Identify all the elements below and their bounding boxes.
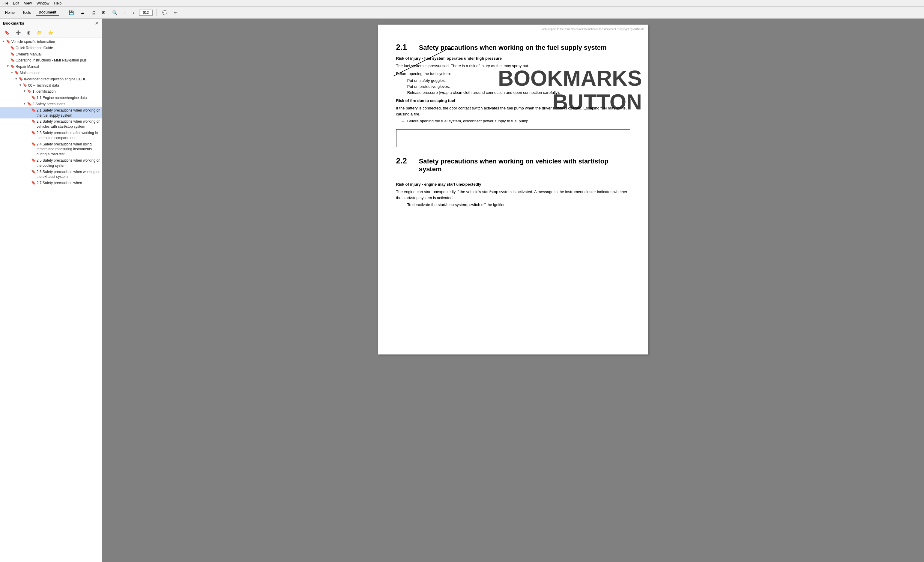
close-sidebar-button[interactable]: ✕	[95, 20, 99, 26]
tree-toggle-icon[interactable]: ▲	[1, 39, 6, 43]
tree-toggle-icon[interactable]: ▼	[5, 64, 10, 68]
bookmark-item-1-identification[interactable]: ▼🔖1 Identification	[0, 88, 102, 95]
separator-1	[63, 9, 63, 16]
bookmark-item-maintenance[interactable]: ▼🔖Maintenance	[0, 70, 102, 76]
page-number-input[interactable]	[139, 10, 153, 16]
bookmark-item-8cylinder[interactable]: ▼🔖8-cylinder direct injection engine CEU…	[0, 76, 102, 82]
bookmark-item-quick-reference[interactable]: 🔖Quick Reference Guide	[0, 45, 102, 51]
main-area: Bookmarks ✕ 🔖 ➕ 🗑 📁 ⭐ ▲🔖Vehicle-specific…	[0, 19, 924, 562]
body-text-1: The fuel system is pressurised. There is…	[396, 63, 630, 69]
bookmark-icon: 🔖	[10, 46, 16, 50]
bullet-1-1-text: Put on safety goggles.	[407, 78, 446, 83]
bookmark-item-owners-manual[interactable]: 🔖Owner's Manual	[0, 51, 102, 58]
bookmark-icon: 🔖	[31, 119, 37, 123]
edit-pencil-button[interactable]: ✏	[172, 9, 180, 16]
bookmark-label: 2.4 Safety precautions when using tester…	[37, 142, 102, 157]
bookmark-icon: 🔖	[14, 70, 20, 75]
bookmark-item-2-4-testers[interactable]: 🔖2.4 Safety precautions when using teste…	[0, 141, 102, 157]
tree-toggle-icon	[26, 142, 31, 142]
bookmark-item-1-1-engine[interactable]: 🔖1.1 Engine number/engine data	[0, 95, 102, 101]
bookmark-item-2-safety[interactable]: ▼🔖2 Safety precautions	[0, 101, 102, 107]
bookmark-label: Maintenance	[20, 70, 102, 76]
bookmark-item-2-6-exhaust[interactable]: 🔖2.6 Safety precautions when working on …	[0, 169, 102, 180]
risk-heading-2: Risk of fire due to escaping fuel	[396, 98, 630, 103]
bookmark-item-00-technical[interactable]: ▼🔖00 – Technical data	[0, 82, 102, 89]
menu-window[interactable]: Window	[37, 1, 50, 5]
bookmark-item-2-1-fuel[interactable]: 🔖2.1 Safety precautions when working on …	[0, 107, 102, 119]
risk-heading-1: Risk of injury - fuel system operates un…	[396, 56, 630, 61]
bookmark-icon: 🔖	[27, 102, 32, 106]
mail-button[interactable]: ✉	[100, 9, 108, 16]
new-bookmark-button[interactable]: ➕	[14, 29, 23, 36]
tree-toggle-icon[interactable]: ▼	[18, 83, 23, 87]
save-button[interactable]: 💾	[67, 9, 76, 16]
bookmark-label: Repair Manual	[16, 64, 102, 69]
bookmark-label: 2.5 Safety precautions when working on t…	[37, 158, 102, 168]
note-box	[396, 129, 630, 147]
folder-bookmark-button[interactable]: 📁	[35, 29, 44, 36]
bookmark-item-2-5-cooling[interactable]: 🔖2.5 Safety precautions when working on …	[0, 157, 102, 169]
bookmarks-panel: Bookmarks ✕ 🔖 ➕ 🗑 📁 ⭐ ▲🔖Vehicle-specific…	[0, 19, 102, 562]
body-text-2: If the battery is connected, the door co…	[396, 105, 630, 117]
tree-toggle-icon	[26, 108, 31, 108]
bookmark-icon: 🔖	[31, 142, 37, 146]
star-bookmark-button[interactable]: ⭐	[46, 29, 55, 36]
menubar: File Edit View Window Help	[0, 0, 924, 7]
bookmark-item-2-3-engine-compartment[interactable]: 🔖2.3 Safety precautions after working in…	[0, 130, 102, 141]
bookmark-icon: 🔖	[31, 130, 37, 135]
scroll-up-button[interactable]: ↑	[122, 9, 128, 16]
bookmark-icon: 🔖	[19, 77, 24, 81]
bookmark-label: 2.6 Safety precautions when working on t…	[37, 169, 102, 180]
scroll-down-button[interactable]: ↓	[130, 9, 137, 16]
bookmark-item-vehicle-specific[interactable]: ▲🔖Vehicle-specific information	[0, 39, 102, 45]
nav-home[interactable]: Home	[2, 9, 17, 16]
bookmark-icon: 🔖	[31, 95, 37, 100]
bullet-2-1-text: Before opening the fuel system, disconne…	[407, 119, 530, 123]
bookmark-label: 2.2 Safety precautions when working on v…	[37, 119, 102, 129]
page-document: with respect to the correctness of infor…	[378, 25, 648, 354]
copyright-notice: with respect to the correctness of infor…	[542, 28, 645, 31]
body-text-2-1: The engine can start unexpectedly if the…	[396, 189, 630, 201]
bookmark-label: Owner's Manual	[16, 52, 102, 57]
delete-bookmark-button[interactable]: 🗑	[25, 29, 33, 36]
bookmark-item-repair-manual[interactable]: ▼🔖Repair Manual	[0, 64, 102, 70]
dash-icon: –	[402, 78, 404, 83]
bookmark-tree: ▲🔖Vehicle-specific information🔖Quick Ref…	[0, 37, 102, 562]
menu-view[interactable]: View	[24, 1, 32, 5]
tree-toggle-icon	[5, 58, 10, 58]
bullet-1-2: – Put on protective gloves.	[402, 84, 630, 89]
bookmark-icon: 🔖	[27, 89, 32, 93]
bookmark-icon: 🔖	[31, 169, 37, 174]
nav-tools[interactable]: Tools	[20, 9, 34, 16]
bullet-1-1: – Put on safety goggles.	[402, 78, 630, 83]
bullet-1-2-text: Put on protective gloves.	[407, 84, 450, 89]
section-2-1-heading: 2.1 Safety precautions when working on t…	[396, 43, 630, 52]
bookmark-label: 8-cylinder direct injection engine CEUC	[24, 77, 102, 82]
bookmark-item-2-7-safety[interactable]: 🔖2.7 Safety precautions when	[0, 180, 102, 186]
bookmark-label: 2.3 Safety precautions after working in …	[37, 130, 102, 141]
nav-document[interactable]: Document	[36, 9, 59, 16]
bookmark-icon: 🔖	[31, 181, 37, 185]
tree-toggle-icon[interactable]: ▼	[22, 89, 27, 93]
bullet-1-3: – Release pressure (wrap a clean cloth a…	[402, 90, 630, 95]
comment-button[interactable]: 💬	[160, 9, 170, 16]
nav-tabs: Home Tools Document	[2, 9, 59, 16]
print-button[interactable]: 🖨	[89, 9, 98, 16]
bookmark-icon: 🔖	[10, 52, 16, 56]
tree-toggle-icon[interactable]: ▼	[14, 77, 19, 80]
bookmark-label: Operating Instructions - MMI Navigation …	[16, 58, 102, 63]
bookmark-item-2-2-startstop[interactable]: 🔖2.2 Safety precautions when working on …	[0, 118, 102, 130]
bookmark-item-operating-instructions[interactable]: 🔖Operating Instructions - MMI Navigation…	[0, 57, 102, 64]
cloud-button[interactable]: ☁	[78, 9, 87, 16]
menu-edit[interactable]: Edit	[13, 1, 19, 5]
add-bookmark-button[interactable]: 🔖	[2, 29, 12, 36]
tree-toggle-icon[interactable]: ▼	[22, 102, 27, 105]
content-area[interactable]: with respect to the correctness of infor…	[102, 19, 924, 562]
menu-file[interactable]: File	[2, 1, 8, 5]
search-button[interactable]: 🔍	[110, 9, 119, 16]
bookmark-icon: 🔖	[6, 39, 11, 43]
section-2-2-heading: 2.2 Safety precautions when working on v…	[396, 156, 630, 173]
tree-toggle-icon	[26, 130, 31, 131]
menu-help[interactable]: Help	[54, 1, 62, 5]
tree-toggle-icon[interactable]: ▼	[10, 70, 14, 74]
